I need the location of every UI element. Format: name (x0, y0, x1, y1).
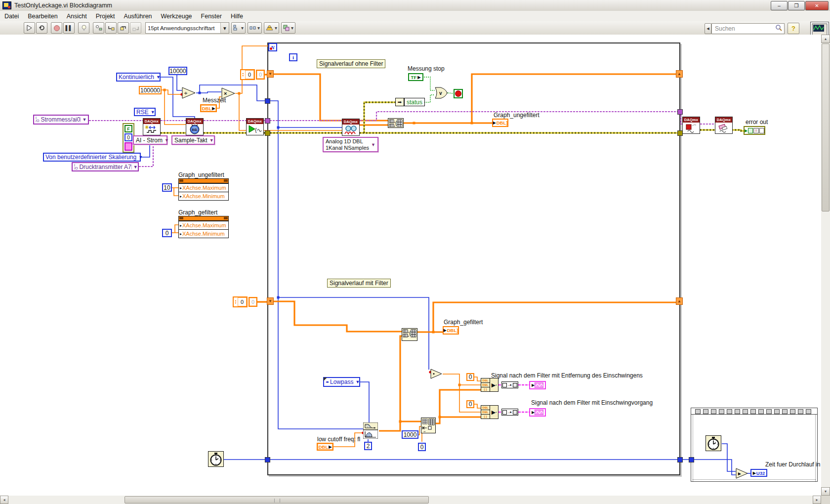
lowpass-enum[interactable]: ◂▸Lowpass▼ (323, 377, 360, 387)
zeit-durchlauf-indicator[interactable]: ▶U32 (750, 469, 767, 477)
convert-icon-1[interactable]: ‥▸ (501, 381, 518, 388)
menu-item-ansicht[interactable]: Ansicht (62, 12, 91, 21)
messung-stop-terminal[interactable]: TF▶ (408, 73, 423, 81)
vertical-scrollbar[interactable]: ▴ ▾ (821, 35, 830, 496)
menu-item-ausfhren[interactable]: Ausführen (120, 12, 157, 21)
svg-text:×: × (224, 90, 227, 96)
shift-register-left-1[interactable]: ▼ (267, 70, 274, 78)
error-out-indicator[interactable]: ▶! (744, 126, 765, 135)
property-node-graph-gefiltert[interactable]: ▸XAchse.Maximum▸XAchse.Minimum (178, 216, 229, 238)
low-cutoff-control[interactable]: DBL▶ (317, 443, 333, 451)
resize-objects-dropdown[interactable]: ▾ (264, 22, 279, 34)
run-continuous-button[interactable] (36, 22, 47, 34)
toolbar-overflow-button[interactable]: ◂ (705, 23, 711, 34)
step-out-button[interactable] (130, 22, 141, 34)
const-0-t0a[interactable]: 0 (466, 373, 474, 381)
build-array-2[interactable]: ++( (402, 328, 417, 341)
build-array-1[interactable]: ++( (388, 118, 404, 128)
build-waveform-1[interactable]: DBLDBL[ ]▶• (481, 378, 498, 392)
convert-icon-2[interactable]: ‥▸ (501, 409, 518, 416)
butterworth-filter[interactable] (363, 422, 379, 440)
daqmx-read-selector[interactable]: Analog 1D DBL1Kanal NSamples▼ (323, 137, 378, 152)
ai-strom-ring[interactable]: AI - Strom▼ (133, 135, 167, 145)
title-bar[interactable]: TestOnlyLeckage.vi Blockdiagramm – ❐ ✕ (0, 0, 830, 11)
minimize-button[interactable]: – (771, 1, 788, 10)
loop-tunnel (689, 457, 694, 462)
retain-wire-values-button[interactable] (93, 22, 104, 34)
const-10000[interactable]: 10000 (168, 67, 187, 75)
menu-item-hilfe[interactable]: Hilfe (226, 12, 248, 21)
block-diagram-canvas[interactable]: Signalverlauf ohne FilterSignalverlauf m… (0, 35, 821, 496)
close-button[interactable]: ✕ (805, 1, 829, 10)
tick-count-clock[interactable] (706, 435, 721, 451)
search-input[interactable]: Suchen (711, 23, 785, 34)
signal-entfernung-indicator[interactable]: ▶ (529, 381, 546, 389)
abort-button[interactable] (51, 22, 62, 34)
subtract-function[interactable]: ▸ (736, 468, 748, 479)
maximize-button[interactable]: ❐ (788, 1, 805, 10)
menu-item-fenster[interactable]: Fenster (197, 12, 226, 21)
distribute-objects-dropdown[interactable]: ▾ (248, 22, 262, 34)
loop-tunnel (265, 118, 270, 124)
property-node-graph-ungefiltert[interactable]: ▸XAchse.Maximum▸XAchse.Minimum (178, 178, 229, 201)
menu-item-datei[interactable]: Datei (0, 12, 23, 21)
messzeit-control[interactable]: DBL▶ (200, 104, 217, 112)
run-button[interactable] (24, 22, 35, 34)
loop-condition-terminal[interactable] (454, 89, 463, 98)
daqmx-create-channel[interactable]: DAQmx✳ (143, 118, 161, 135)
sample-takt-ring[interactable]: Sample-Takt▼ (171, 135, 215, 145)
shift-register-left-2[interactable]: ▼ (267, 297, 274, 305)
kontinuierlich-ring[interactable]: Kontinuierlich▼ (116, 73, 161, 82)
horizontal-scrollbar[interactable]: ◂ ▸ (0, 496, 821, 504)
pause-button[interactable]: ▌▌ (63, 22, 75, 34)
const-100000[interactable]: 100000 (139, 86, 162, 94)
const-0-prop[interactable]: 0 (162, 229, 172, 237)
menu-item-werkzeuge[interactable]: Werkzeuge (157, 12, 197, 21)
skalierung-ring[interactable]: Von benutzerdefinierter Skalierung▼ (43, 153, 141, 162)
daqmx-read[interactable]: DAQmx (342, 119, 360, 136)
vertical-scrollbar-thumb[interactable] (822, 43, 830, 211)
array-subset[interactable]: -+ (421, 418, 436, 433)
graph-ungefiltert-indicator[interactable]: ▶DBL] (492, 119, 508, 127)
svg-text:v: v (439, 90, 442, 96)
graph-gefiltert-indicator[interactable]: ▶DBL] (443, 326, 459, 335)
align-objects-dropdown[interactable]: ▾ (231, 22, 246, 34)
horizontal-scrollbar-thumb[interactable] (124, 496, 429, 504)
const-0-subset[interactable]: 0 (418, 443, 426, 451)
svg-text:{: { (255, 127, 257, 133)
drucktransmitter-io-constant[interactable]: I/ODrucktransmitter A7▼ (72, 162, 139, 171)
daqmx-clear-task[interactable]: DAQmx (715, 117, 733, 134)
shift-register-right-2[interactable]: ▲ (676, 297, 683, 305)
menu-item-bearbeiten[interactable]: Bearbeiten (23, 12, 62, 21)
divide-function[interactable]: ÷ (182, 87, 196, 99)
menu-item-projekt[interactable]: Projekt (91, 12, 120, 21)
highlight-execution-button[interactable] (78, 22, 89, 34)
context-help-button[interactable]: ? (788, 23, 799, 34)
strommess-io-constant[interactable]: I/OStrommess/ai0▼ (33, 115, 89, 125)
wait-ms-clock[interactable] (208, 451, 224, 467)
unbundle-status[interactable]: ➡status (395, 98, 425, 106)
resize-grip[interactable] (821, 496, 830, 504)
const-0-t0b[interactable]: 0 (466, 400, 474, 408)
const-10[interactable]: 10 (162, 183, 172, 192)
rse-ring[interactable]: RSE▼ (134, 108, 156, 116)
signal-einschwingvorgang-indicator[interactable]: ▶ (529, 408, 546, 417)
const-1000[interactable]: 1000 (402, 430, 418, 439)
const-2[interactable]: 2 (364, 442, 372, 450)
multiply-function[interactable]: × (221, 87, 235, 99)
or-function[interactable]: v (435, 87, 448, 99)
for-loop-border[interactable] (267, 42, 680, 475)
array-constant-2[interactable]: ▲▼00 (233, 296, 257, 307)
daqmx-start-task[interactable]: DAQmx{ (246, 118, 264, 135)
reorder-dropdown[interactable]: ▾ (281, 22, 295, 34)
shift-register-right-1[interactable]: ▲ (676, 70, 683, 78)
step-into-button[interactable] (105, 22, 117, 34)
step-over-button[interactable] (118, 22, 129, 34)
font-selector[interactable]: 15pt Anwendungsschriftart ▾ (145, 22, 229, 34)
object-label: error out (746, 119, 768, 126)
daqmx-stop-task[interactable]: DAQmx (682, 117, 700, 134)
daqmx-timing[interactable]: DAQmx13:0 (186, 118, 204, 135)
build-waveform-2[interactable]: DBLDBL[ ]▶• (481, 405, 498, 419)
reciprocal-function[interactable] (430, 369, 442, 379)
array-constant-1[interactable]: ▲▼00 (240, 69, 265, 80)
